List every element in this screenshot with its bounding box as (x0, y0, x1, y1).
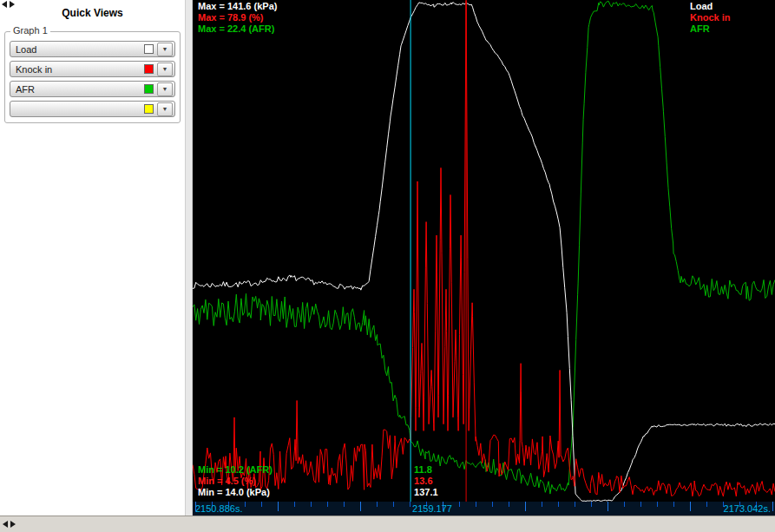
quick-views-title: Quick Views (0, 0, 185, 24)
cursor-value: 11.8 (414, 464, 438, 476)
max-label: Max = 141.6 (kPa) (198, 1, 277, 12)
timeline-start-label: 2150.886s. (195, 503, 242, 514)
dropdown-arrow-icon[interactable]: ▼ (157, 102, 173, 116)
channel-color-swatch (144, 44, 154, 54)
chart-area[interactable]: Max = 141.6 (kPa)Max = 78.9 (%)Max = 22.… (193, 0, 775, 516)
timeline-bar[interactable]: 2150.886s. 2159.177 2173.042s. (193, 502, 775, 516)
channel-selector[interactable]: Load▼ (10, 41, 175, 57)
legend-item: AFR (690, 23, 730, 35)
max-labels: Max = 141.6 (kPa)Max = 78.9 (%)Max = 22.… (198, 1, 277, 35)
channel-selector[interactable]: Knock in▼ (10, 61, 175, 77)
series-afr (193, 1, 775, 494)
dropdown-arrow-icon[interactable]: ▼ (157, 62, 173, 76)
max-label: Max = 78.9 (%) (198, 12, 277, 23)
channel-rows: Load▼Knock in▼AFR▼▼ (8, 41, 177, 117)
legend-item: Load (690, 1, 730, 12)
channel-selector[interactable]: AFR▼ (10, 81, 175, 97)
channel-label: Knock in (16, 64, 144, 75)
channel-label: AFR (16, 84, 144, 95)
collapse-right-icon[interactable] (10, 1, 15, 8)
cursor-values: 11.813.6137.1 (414, 464, 438, 498)
max-label: Max = 22.4 (AFR) (198, 23, 277, 35)
legend-item: Knock in (690, 12, 730, 23)
timeline-end-label: 2173.042s. (724, 503, 771, 514)
dropdown-arrow-icon[interactable]: ▼ (157, 43, 173, 56)
min-label: Min = 4.5 (%) (198, 476, 273, 487)
channel-color-swatch (144, 84, 154, 94)
chart-svg[interactable] (193, 0, 775, 502)
min-label: Min = 14.0 (kPa) (198, 487, 273, 498)
cursor-value: 13.6 (414, 476, 438, 487)
main-row: Quick Views Graph 1 Load▼Knock in▼AFR▼▼ … (0, 0, 775, 516)
log-viewer-window: Quick Views Graph 1 Load▼Knock in▼AFR▼▼ … (0, 0, 775, 532)
channel-selector[interactable]: ▼ (10, 101, 175, 117)
channel-color-swatch (144, 104, 154, 114)
scroll-collapse-right-icon[interactable] (10, 521, 16, 528)
min-label: Min = 10.2 (AFR) (198, 464, 273, 476)
channel-label: Load (16, 44, 144, 55)
timeline-major-ticks (195, 502, 775, 511)
legend: LoadKnock inAFR (690, 1, 730, 35)
min-labels: Min = 10.2 (AFR)Min = 4.5 (%)Min = 14.0 … (198, 464, 273, 498)
graph1-label: Graph 1 (10, 25, 50, 36)
cursor-value: 137.1 (414, 487, 438, 498)
dropdown-arrow-icon[interactable]: ▼ (157, 82, 173, 96)
channel-color-swatch (144, 64, 154, 74)
series-knock-in (193, 1, 775, 497)
series-load (193, 3, 775, 502)
scroll-collapse-left-icon[interactable] (3, 521, 8, 528)
quick-views-panel: Quick Views Graph 1 Load▼Knock in▼AFR▼▼ (0, 0, 185, 516)
vertical-splitter[interactable] (185, 0, 193, 516)
splitter-collapse-buttons[interactable] (2, 1, 15, 8)
collapse-left-icon[interactable] (2, 1, 7, 8)
horizontal-scrollbar[interactable] (0, 516, 775, 532)
timeline-cursor-label: 2159.177 (412, 503, 452, 514)
graph1-groupbox: Graph 1 Load▼Knock in▼AFR▼▼ (4, 31, 181, 123)
